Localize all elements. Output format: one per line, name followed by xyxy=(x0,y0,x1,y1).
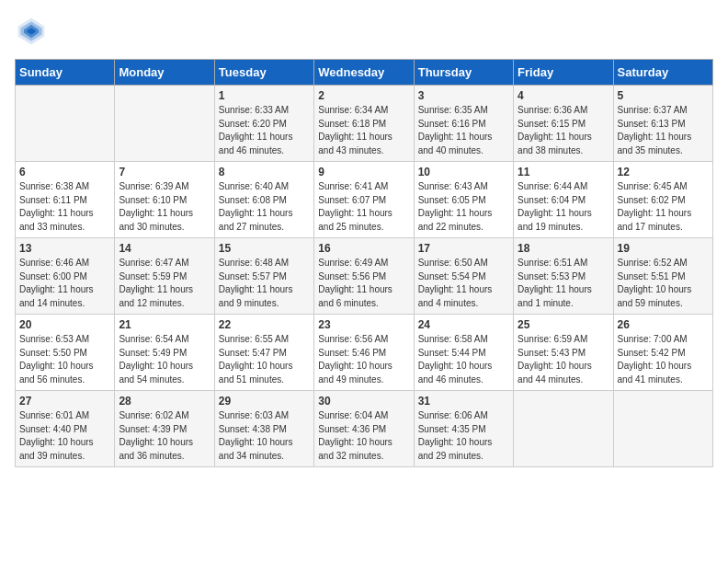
day-content: Sunrise: 6:46 AM Sunset: 6:00 PM Dayligh… xyxy=(19,257,110,310)
day-number: 1 xyxy=(219,89,310,102)
calendar-cell: 6Sunrise: 6:38 AM Sunset: 6:11 PM Daylig… xyxy=(16,162,115,238)
day-number: 6 xyxy=(19,166,110,178)
logo xyxy=(15,15,51,48)
day-number: 4 xyxy=(518,89,609,102)
day-number: 5 xyxy=(618,89,709,102)
day-content: Sunrise: 6:02 AM Sunset: 4:39 PM Dayligh… xyxy=(119,409,210,463)
day-number: 12 xyxy=(618,166,709,178)
day-content: Sunrise: 6:35 AM Sunset: 6:16 PM Dayligh… xyxy=(418,104,509,157)
calendar-cell: 12Sunrise: 6:45 AM Sunset: 6:02 PM Dayli… xyxy=(613,162,712,238)
week-row-2: 6Sunrise: 6:38 AM Sunset: 6:11 PM Daylig… xyxy=(16,162,713,238)
day-number: 23 xyxy=(318,318,409,331)
week-row-4: 20Sunrise: 6:53 AM Sunset: 5:50 PM Dayli… xyxy=(16,315,713,391)
day-content: Sunrise: 6:36 AM Sunset: 6:15 PM Dayligh… xyxy=(518,104,609,157)
day-content: Sunrise: 6:01 AM Sunset: 4:40 PM Dayligh… xyxy=(19,409,110,463)
day-content: Sunrise: 6:40 AM Sunset: 6:08 PM Dayligh… xyxy=(219,180,310,234)
day-content: Sunrise: 6:34 AM Sunset: 6:18 PM Dayligh… xyxy=(318,104,409,157)
day-number: 30 xyxy=(318,395,409,408)
day-number: 20 xyxy=(19,318,110,331)
calendar-cell: 5Sunrise: 6:37 AM Sunset: 6:13 PM Daylig… xyxy=(613,86,712,162)
calendar-cell: 16Sunrise: 6:49 AM Sunset: 5:56 PM Dayli… xyxy=(314,238,414,315)
day-number: 13 xyxy=(19,242,110,255)
weekday-header-monday: Monday xyxy=(115,60,214,86)
logo-icon xyxy=(15,15,48,48)
calendar-cell: 26Sunrise: 7:00 AM Sunset: 5:42 PM Dayli… xyxy=(613,315,712,391)
calendar-cell xyxy=(16,86,115,162)
day-number: 14 xyxy=(119,242,210,255)
day-content: Sunrise: 6:47 AM Sunset: 5:59 PM Dayligh… xyxy=(119,257,210,310)
day-number: 25 xyxy=(518,318,609,331)
weekday-header-row: SundayMondayTuesdayWednesdayThursdayFrid… xyxy=(16,60,713,86)
weekday-header-thursday: Thursday xyxy=(414,60,513,86)
day-number: 19 xyxy=(618,242,709,255)
week-row-3: 13Sunrise: 6:46 AM Sunset: 6:00 PM Dayli… xyxy=(16,238,713,315)
day-number: 31 xyxy=(418,395,509,408)
day-content: Sunrise: 6:52 AM Sunset: 5:51 PM Dayligh… xyxy=(618,257,709,310)
day-content: Sunrise: 6:54 AM Sunset: 5:49 PM Dayligh… xyxy=(119,333,210,386)
calendar-cell: 4Sunrise: 6:36 AM Sunset: 6:15 PM Daylig… xyxy=(514,86,613,162)
calendar-cell: 25Sunrise: 6:59 AM Sunset: 5:43 PM Dayli… xyxy=(514,315,613,391)
calendar-cell: 13Sunrise: 6:46 AM Sunset: 6:00 PM Dayli… xyxy=(16,238,115,315)
day-number: 8 xyxy=(219,166,310,178)
calendar-cell: 27Sunrise: 6:01 AM Sunset: 4:40 PM Dayli… xyxy=(16,391,115,467)
day-content: Sunrise: 6:44 AM Sunset: 6:04 PM Dayligh… xyxy=(518,180,609,234)
calendar-cell: 20Sunrise: 6:53 AM Sunset: 5:50 PM Dayli… xyxy=(16,315,115,391)
day-number: 15 xyxy=(219,242,310,255)
day-content: Sunrise: 6:50 AM Sunset: 5:54 PM Dayligh… xyxy=(418,257,509,310)
day-content: Sunrise: 6:06 AM Sunset: 4:35 PM Dayligh… xyxy=(418,409,509,463)
weekday-header-saturday: Saturday xyxy=(613,60,712,86)
week-row-5: 27Sunrise: 6:01 AM Sunset: 4:40 PM Dayli… xyxy=(16,391,713,467)
day-content: Sunrise: 6:04 AM Sunset: 4:36 PM Dayligh… xyxy=(318,409,409,463)
day-content: Sunrise: 6:59 AM Sunset: 5:43 PM Dayligh… xyxy=(518,333,609,386)
calendar-cell: 21Sunrise: 6:54 AM Sunset: 5:49 PM Dayli… xyxy=(115,315,214,391)
weekday-header-tuesday: Tuesday xyxy=(214,60,313,86)
day-number: 21 xyxy=(119,318,210,331)
day-content: Sunrise: 7:00 AM Sunset: 5:42 PM Dayligh… xyxy=(618,333,709,386)
day-number: 16 xyxy=(318,242,409,255)
calendar-cell xyxy=(115,86,214,162)
calendar-cell: 24Sunrise: 6:58 AM Sunset: 5:44 PM Dayli… xyxy=(414,315,513,391)
week-row-1: 1Sunrise: 6:33 AM Sunset: 6:20 PM Daylig… xyxy=(16,86,713,162)
calendar-table: SundayMondayTuesdayWednesdayThursdayFrid… xyxy=(15,59,713,467)
day-content: Sunrise: 6:41 AM Sunset: 6:07 PM Dayligh… xyxy=(318,180,409,234)
calendar-cell: 22Sunrise: 6:55 AM Sunset: 5:47 PM Dayli… xyxy=(214,315,313,391)
calendar-cell xyxy=(514,391,613,467)
calendar-cell: 7Sunrise: 6:39 AM Sunset: 6:10 PM Daylig… xyxy=(115,162,214,238)
calendar-cell: 10Sunrise: 6:43 AM Sunset: 6:05 PM Dayli… xyxy=(414,162,513,238)
calendar-cell: 28Sunrise: 6:02 AM Sunset: 4:39 PM Dayli… xyxy=(115,391,214,467)
day-number: 29 xyxy=(219,395,310,408)
day-content: Sunrise: 6:39 AM Sunset: 6:10 PM Dayligh… xyxy=(119,180,210,234)
day-content: Sunrise: 6:38 AM Sunset: 6:11 PM Dayligh… xyxy=(19,180,110,234)
day-content: Sunrise: 6:43 AM Sunset: 6:05 PM Dayligh… xyxy=(418,180,509,234)
calendar-cell: 2Sunrise: 6:34 AM Sunset: 6:18 PM Daylig… xyxy=(314,86,414,162)
day-content: Sunrise: 6:37 AM Sunset: 6:13 PM Dayligh… xyxy=(618,104,709,157)
calendar-cell: 29Sunrise: 6:03 AM Sunset: 4:38 PM Dayli… xyxy=(214,391,313,467)
calendar-cell: 31Sunrise: 6:06 AM Sunset: 4:35 PM Dayli… xyxy=(414,391,513,467)
day-content: Sunrise: 6:55 AM Sunset: 5:47 PM Dayligh… xyxy=(219,333,310,386)
weekday-header-sunday: Sunday xyxy=(16,60,115,86)
day-content: Sunrise: 6:56 AM Sunset: 5:46 PM Dayligh… xyxy=(318,333,409,386)
day-number: 18 xyxy=(518,242,609,255)
page-header xyxy=(15,15,713,48)
day-number: 11 xyxy=(518,166,609,178)
day-content: Sunrise: 6:51 AM Sunset: 5:53 PM Dayligh… xyxy=(518,257,609,310)
day-number: 28 xyxy=(119,395,210,408)
calendar-cell: 30Sunrise: 6:04 AM Sunset: 4:36 PM Dayli… xyxy=(314,391,414,467)
day-number: 10 xyxy=(418,166,509,178)
calendar-cell: 1Sunrise: 6:33 AM Sunset: 6:20 PM Daylig… xyxy=(214,86,313,162)
day-number: 7 xyxy=(119,166,210,178)
day-number: 3 xyxy=(418,89,509,102)
day-content: Sunrise: 6:53 AM Sunset: 5:50 PM Dayligh… xyxy=(19,333,110,386)
day-number: 24 xyxy=(418,318,509,331)
day-content: Sunrise: 6:03 AM Sunset: 4:38 PM Dayligh… xyxy=(219,409,310,463)
day-content: Sunrise: 6:48 AM Sunset: 5:57 PM Dayligh… xyxy=(219,257,310,310)
day-number: 22 xyxy=(219,318,310,331)
calendar-cell: 17Sunrise: 6:50 AM Sunset: 5:54 PM Dayli… xyxy=(414,238,513,315)
day-number: 27 xyxy=(19,395,110,408)
weekday-header-friday: Friday xyxy=(514,60,613,86)
day-content: Sunrise: 6:45 AM Sunset: 6:02 PM Dayligh… xyxy=(618,180,709,234)
calendar-cell: 23Sunrise: 6:56 AM Sunset: 5:46 PM Dayli… xyxy=(314,315,414,391)
calendar-cell: 9Sunrise: 6:41 AM Sunset: 6:07 PM Daylig… xyxy=(314,162,414,238)
weekday-header-wednesday: Wednesday xyxy=(314,60,414,86)
calendar-cell: 11Sunrise: 6:44 AM Sunset: 6:04 PM Dayli… xyxy=(514,162,613,238)
